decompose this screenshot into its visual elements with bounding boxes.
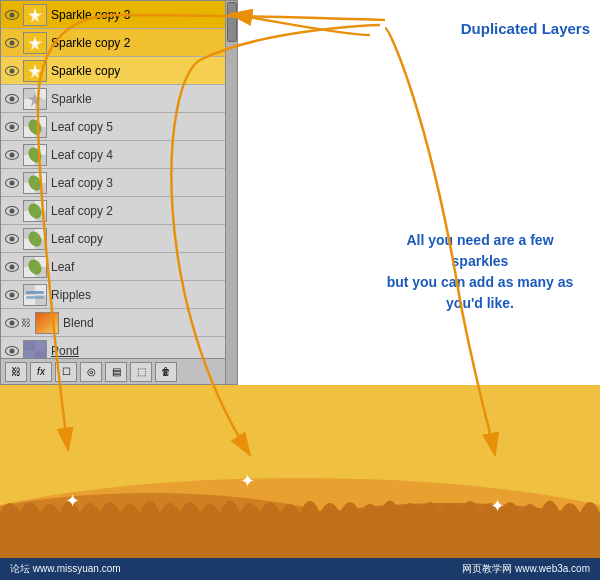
layers-scrollbar[interactable] bbox=[225, 1, 237, 384]
sparkle-cross-2: ✦ bbox=[240, 472, 255, 490]
layer-row[interactable]: Leaf bbox=[1, 253, 237, 281]
layer-row[interactable]: Leaf copy bbox=[1, 225, 237, 253]
layer-row[interactable]: Leaf copy 2 bbox=[1, 197, 237, 225]
watermark-left: 论坛 www.missyuan.com bbox=[10, 562, 121, 576]
sparkle-description: All you need are a few sparklesbut you c… bbox=[380, 230, 580, 314]
layer-row[interactable]: ⛓ Blend bbox=[1, 309, 237, 337]
eye-icon[interactable] bbox=[3, 90, 21, 108]
scrollbar-thumb[interactable] bbox=[227, 2, 237, 42]
layer-thumb bbox=[23, 116, 47, 138]
layer-name: Leaf copy 5 bbox=[51, 120, 235, 134]
eye-icon[interactable] bbox=[3, 6, 21, 24]
layer-thumb bbox=[23, 172, 47, 194]
layer-thumb bbox=[23, 228, 47, 250]
layer-name: Ripples bbox=[51, 288, 235, 302]
layer-row[interactable]: Leaf copy 5 bbox=[1, 113, 237, 141]
eye-icon[interactable] bbox=[3, 202, 21, 220]
svg-marker-1 bbox=[28, 8, 42, 23]
new-layer-button[interactable]: ⬚ bbox=[130, 362, 152, 382]
add-mask-button[interactable]: ☐ bbox=[55, 362, 77, 382]
layer-name: Sparkle copy bbox=[51, 64, 235, 78]
layer-name: Leaf copy 4 bbox=[51, 148, 235, 162]
eye-icon[interactable] bbox=[3, 230, 21, 248]
layer-thumb bbox=[23, 4, 47, 26]
svg-rect-2 bbox=[24, 33, 46, 53]
svg-rect-4 bbox=[24, 61, 46, 81]
sparkle-cross-3: ✦ bbox=[490, 497, 505, 515]
layer-name: Leaf bbox=[51, 260, 235, 274]
watermark-right: 网页教学网 www.web3a.com bbox=[462, 562, 590, 576]
new-group-button[interactable]: ▤ bbox=[105, 362, 127, 382]
layer-name: Blend bbox=[63, 316, 235, 330]
layer-thumb bbox=[23, 32, 47, 54]
layer-thumb bbox=[23, 200, 47, 222]
layer-row[interactable]: Sparkle copy 3 bbox=[1, 1, 237, 29]
layer-name: Pond bbox=[51, 344, 235, 358]
layer-effects-button[interactable]: fx bbox=[30, 362, 52, 382]
layer-thumb bbox=[23, 284, 47, 306]
layer-name: Sparkle bbox=[51, 92, 235, 106]
layer-name: Leaf copy bbox=[51, 232, 235, 246]
layer-name: Sparkle copy 3 bbox=[51, 8, 235, 22]
layer-thumb bbox=[23, 340, 47, 359]
svg-rect-0 bbox=[24, 5, 46, 25]
duplicated-layers-label: Duplicated Layers bbox=[461, 20, 590, 37]
svg-rect-37 bbox=[26, 291, 44, 294]
eye-icon[interactable] bbox=[3, 146, 21, 164]
eye-icon[interactable] bbox=[3, 62, 21, 80]
layer-thumb bbox=[35, 312, 59, 334]
svg-rect-43 bbox=[24, 341, 46, 359]
svg-marker-5 bbox=[28, 64, 42, 79]
chain-icon: ⛓ bbox=[21, 317, 31, 328]
svg-rect-38 bbox=[26, 296, 44, 299]
layer-thumb bbox=[23, 144, 47, 166]
layer-row[interactable]: Sparkle copy 2 bbox=[1, 29, 237, 57]
layers-list: Sparkle copy 3 Sparkle copy 2 Sparkle co… bbox=[1, 1, 237, 358]
scene-background: ✦ ✦ ✦ bbox=[0, 385, 600, 580]
link-layers-button[interactable]: ⛓ bbox=[5, 362, 27, 382]
watermark-bar: 论坛 www.missyuan.com 网页教学网 www.web3a.com bbox=[0, 558, 600, 580]
eye-icon[interactable] bbox=[3, 286, 21, 304]
delete-layer-button[interactable]: 🗑 bbox=[155, 362, 177, 382]
layers-toolbar: ⛓ fx ☐ ◎ ▤ ⬚ 🗑 bbox=[1, 358, 237, 384]
layer-name: Sparkle copy 2 bbox=[51, 36, 235, 50]
layer-thumb bbox=[23, 256, 47, 278]
layer-thumb bbox=[23, 88, 47, 110]
adjustment-layer-button[interactable]: ◎ bbox=[80, 362, 102, 382]
annotation-area: Duplicated Layers All you need are a few… bbox=[238, 0, 600, 385]
layer-name: Leaf copy 3 bbox=[51, 176, 235, 190]
svg-marker-3 bbox=[28, 36, 42, 51]
eye-icon[interactable] bbox=[3, 258, 21, 276]
sparkle-cross-1: ✦ bbox=[65, 492, 80, 510]
eye-icon[interactable] bbox=[3, 314, 21, 332]
eye-icon[interactable] bbox=[3, 34, 21, 52]
eye-icon[interactable] bbox=[3, 174, 21, 192]
main-container: Sparkle copy 3 Sparkle copy 2 Sparkle co… bbox=[0, 0, 600, 580]
layer-row[interactable]: Leaf copy 4 bbox=[1, 141, 237, 169]
layer-row[interactable]: Leaf copy 3 bbox=[1, 169, 237, 197]
eye-icon[interactable] bbox=[3, 118, 21, 136]
layer-thumb bbox=[23, 60, 47, 82]
svg-rect-39 bbox=[36, 313, 58, 333]
layer-row[interactable]: Ripples bbox=[1, 281, 237, 309]
layer-name: Leaf copy 2 bbox=[51, 204, 235, 218]
eye-icon[interactable] bbox=[3, 342, 21, 359]
layer-row[interactable]: Pond bbox=[1, 337, 237, 358]
layers-panel: Sparkle copy 3 Sparkle copy 2 Sparkle co… bbox=[0, 0, 238, 385]
layer-row[interactable]: Sparkle copy bbox=[1, 57, 237, 85]
layer-row[interactable]: Sparkle bbox=[1, 85, 237, 113]
